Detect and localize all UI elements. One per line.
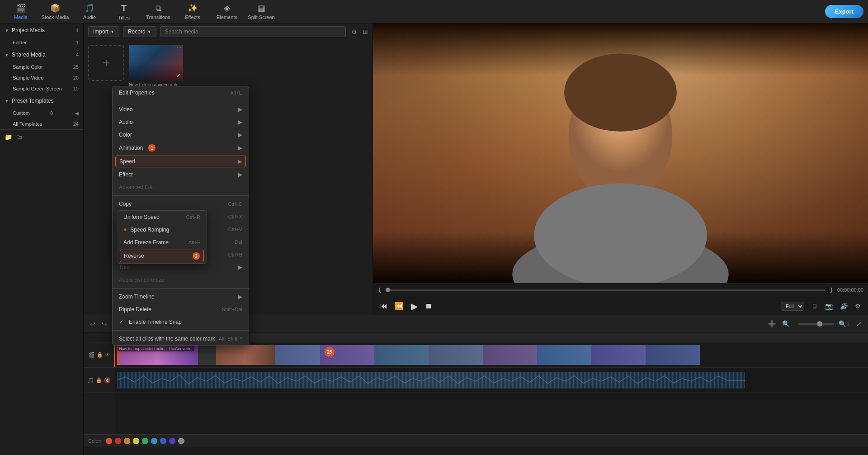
color-dot-orange[interactable] [124,438,130,444]
preview-area: ❴ ❵ 00:00:00:00 ⏮ ⏪ ▶ ⏹ Full [373,24,868,315]
grid-view-icon[interactable]: ⊞ [363,28,368,35]
screenshot-icon[interactable]: 📷 [825,303,833,310]
color-dot-yellow[interactable] [133,438,139,444]
zoom-in-button[interactable]: 🔍+ [837,319,852,328]
ctx-enable-snap[interactable]: ✓ Enable Timeline Snap [113,316,249,328]
submenu-add-freeze-frame[interactable]: Add Freeze Frame Alt+F [117,236,207,249]
tab-audio[interactable]: 🎵 Audio [73,1,106,23]
heart-icon: ♥ [123,227,127,233]
lock-icon[interactable]: 🔒 [97,352,103,358]
clip-segment-8 [483,345,537,365]
eye-icon[interactable]: 👁 [105,352,110,358]
tab-effects[interactable]: ✨ Effects [176,1,209,23]
effects-icon: ✨ [188,3,198,13]
preview-video [373,24,868,283]
lock2-icon[interactable]: 🔒 [96,377,102,383]
tab-elements[interactable]: ◈ Elements [211,1,243,23]
sidebar-item-custom[interactable]: Custom 0 ◀ [0,108,83,118]
zoom-slider-button[interactable] [798,323,834,325]
new-folder-icon[interactable]: 🗂 [16,133,22,141]
import-placeholder[interactable]: + [88,45,124,81]
rewind-button[interactable]: ⏮ [380,302,387,310]
sidebar-item-all-templates[interactable]: All Templates 24 [0,118,83,129]
clip-segment-10 [591,345,646,365]
ruler-corner [84,332,114,342]
tab-split-screen[interactable]: ▦ Split Screen [245,1,278,23]
uniform-speed-shortcut: Ctrl+R [186,214,200,220]
sidebar-item-sample-video[interactable]: Sample Video 20 [0,72,83,83]
ctx-ripple-label: Ripple Delete [119,306,151,313]
submenu-speed-ramping[interactable]: ♥ Speed Ramping [117,223,207,236]
ctx-edit-properties[interactable]: Edit Properties Alt+E [113,86,249,99]
undo-button[interactable]: ↩ [88,319,97,328]
sidebar-item-folder[interactable]: Folder 1 [0,37,83,48]
redo-button[interactable]: ↪ [100,319,109,328]
media-thumb-0[interactable]: ⛶ ✔ How to loop a video onli... [129,45,183,87]
color-dot-gray[interactable] [178,438,184,444]
timeline-bottom-scrollbar[interactable] [84,447,868,455]
search-input[interactable] [160,26,346,37]
clip-segment-11 [646,345,700,365]
volume-icon[interactable]: 🔊 [840,303,848,310]
submenu-uniform-speed[interactable]: Uniform Speed Ctrl+R [117,211,207,223]
add-folder-icon[interactable]: 📁 [5,133,12,141]
color-dot-darkred[interactable] [115,438,121,444]
color-dot-green[interactable] [142,438,148,444]
speed-submenu: Uniform Speed Ctrl+R ♥ Speed Ramping Add… [117,210,207,264]
export-button[interactable]: Export [825,5,863,18]
import-button[interactable]: Import ▼ [88,26,119,37]
sidebar-header-preset-templates[interactable]: ▼ Preset Templates [0,94,83,108]
sidebar-header-project-media[interactable]: ▼ Project Media 1 [0,24,83,37]
color-dot-red[interactable] [106,438,112,444]
play-button[interactable]: ▶ [411,301,418,312]
monitor-icon[interactable]: 🖥 [811,303,818,310]
fit-button[interactable]: ⤢ [854,319,863,328]
submenu-reverse[interactable]: Reverse 2 [120,250,204,262]
color-dot-blue[interactable] [160,438,166,444]
filter-icon[interactable]: ⚙ [351,28,357,35]
ctx-color[interactable]: Color ▶ [113,128,249,141]
uniform-speed-label: Uniform Speed [123,214,160,220]
timeline-scrubber[interactable] [386,289,826,291]
quality-select[interactable]: Full [781,302,804,311]
playhead[interactable] [114,342,115,367]
sidebar-item-sample-color[interactable]: Sample Color 25 [0,62,83,72]
ctx-ripple-shortcut: Shift+Del [222,307,242,312]
ctx-select-color[interactable]: Select all clips with the same color mar… [113,332,249,345]
ctx-animation[interactable]: Animation 1 ▶ [113,141,249,155]
ctx-zoom-arrow: ▶ [238,294,242,300]
settings-icon[interactable]: ⚙ [855,303,861,310]
ctx-audio-sync-label: Audio Synchronize [119,277,164,283]
ctx-effect[interactable]: Effect ▶ [113,168,249,181]
tab-media[interactable]: 🎬 Media [5,1,37,23]
tab-stock-media[interactable]: 📦 Stock Media [39,1,71,23]
stop-button[interactable]: ⏹ [425,302,432,310]
timeline-handle[interactable] [386,288,390,292]
chevron-icon: ▼ [5,28,9,33]
color-dot-purple[interactable] [169,438,175,444]
tab-transitions[interactable]: ⧉ Transitions [142,1,175,23]
add-track-button[interactable]: ➕ [766,319,778,328]
tab-titles[interactable]: T Titles [108,1,140,23]
top-toolbar: 🎬 Media 📦 Stock Media 🎵 Audio T Titles ⧉… [0,0,868,24]
ctx-zoom-timeline[interactable]: Zoom Timeline ▶ [113,290,249,303]
clip-segment-4 [275,345,320,365]
ctx-speed[interactable]: Speed ▶ [115,156,246,167]
step-back-button[interactable]: ⏪ [395,302,404,310]
ctx-video[interactable]: Video ▶ [113,103,249,116]
transitions-icon: ⧉ [156,4,161,13]
sidebar-header-shared-media[interactable]: ▼ Shared Media 4 [0,48,83,62]
titles-icon: T [121,3,127,14]
ctx-advanced-edit: Advanced Edit [113,181,249,194]
video-clip-main[interactable]: 25 [117,345,745,365]
media-toolbar: Import ▼ Record ▼ ⚙ ⊞ [84,24,373,40]
ctx-audio[interactable]: Audio ▶ [113,116,249,128]
audio-clip[interactable] [117,372,745,389]
ctx-copy[interactable]: Copy Ctrl+C [113,198,249,210]
record-button[interactable]: Record ▼ [123,26,156,37]
zoom-out-button[interactable]: 🔍− [780,319,795,328]
ctx-ripple-delete[interactable]: Ripple Delete Shift+Del [113,303,249,316]
color-dot-teal[interactable] [151,438,157,444]
mute-icon[interactable]: 🔇 [104,377,111,384]
sidebar-item-sample-green-screen[interactable]: Sample Green Screen 10 [0,83,83,94]
